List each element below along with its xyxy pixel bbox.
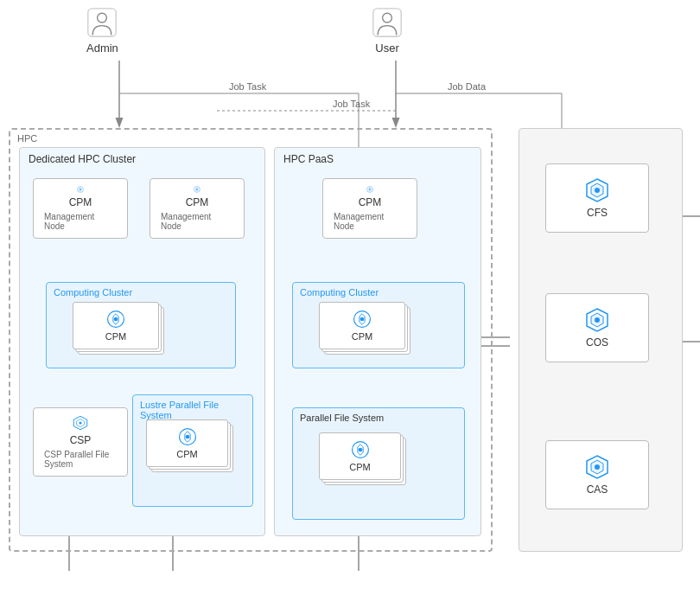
cpm1-label: CPM bbox=[69, 196, 92, 208]
csp-icon bbox=[68, 415, 92, 431]
admin-icon bbox=[86, 7, 118, 38]
computing-cluster-1-label: Computing Cluster bbox=[54, 287, 132, 298]
cfs-icon bbox=[584, 177, 610, 203]
csp-label: CSP bbox=[70, 434, 92, 446]
svg-point-39 bbox=[79, 421, 81, 424]
cpm-mgmt-2: CPM Management Node bbox=[150, 178, 245, 239]
computing-cluster-1: Computing Cluster CPM bbox=[46, 282, 236, 368]
cos-box: COS bbox=[545, 293, 649, 362]
cfs-label: CFS bbox=[587, 207, 608, 219]
paas-section: HPC PaaS CPM Management Node Computing C… bbox=[274, 147, 481, 536]
hpc-container: HPC Dedicated HPC Cluster CPM Management… bbox=[9, 128, 493, 552]
cpm-mgmt-1: CPM Management Node bbox=[33, 178, 128, 239]
cpm2-label: CPM bbox=[186, 196, 209, 208]
diagram: Admin User Job Task Job Data Job Task HP… bbox=[0, 0, 700, 589]
user-icon bbox=[372, 7, 403, 38]
cas-icon bbox=[584, 454, 610, 480]
cas-label: CAS bbox=[587, 483, 608, 496]
cpm-cc1-icon bbox=[106, 310, 125, 329]
cos-label: COS bbox=[586, 336, 608, 349]
lustre-label: Lustre Parallel File System bbox=[140, 400, 252, 420]
job-task-label-1: Job Task bbox=[229, 81, 266, 92]
svg-point-41 bbox=[185, 435, 189, 439]
job-task-label-2: Job Task bbox=[333, 99, 370, 109]
pfs-label: Parallel File System bbox=[300, 413, 384, 423]
cpm1-sub: Management Node bbox=[44, 212, 117, 231]
svg-point-45 bbox=[360, 317, 365, 322]
cpm3-sub: Management Node bbox=[334, 212, 406, 231]
computing-cluster-2-label: Computing Cluster bbox=[300, 287, 379, 298]
hpc-label: HPC bbox=[17, 133, 37, 144]
csp-sub: CSP Parallel File System bbox=[44, 450, 117, 469]
cpm-lustre-icon bbox=[178, 427, 197, 446]
cpm-lustre-label: CPM bbox=[176, 449, 197, 459]
cos-icon bbox=[584, 307, 610, 333]
pfs-cluster: Parallel File System CPM bbox=[292, 407, 465, 520]
cpm-cc2-label: CPM bbox=[352, 331, 372, 342]
cpm-mgmt-3: CPM Management Node bbox=[322, 178, 417, 239]
svg-point-47 bbox=[358, 448, 362, 452]
paas-label: HPC PaaS bbox=[283, 153, 334, 165]
cpm2-sub: Management Node bbox=[161, 212, 233, 231]
user-label: User bbox=[375, 42, 398, 54]
job-data-label: Job Data bbox=[448, 81, 486, 92]
cpm-cc1-label: CPM bbox=[105, 331, 126, 342]
cpm3-label: CPM bbox=[359, 196, 382, 208]
cfs-box: CFS bbox=[545, 163, 649, 233]
dedicated-label: Dedicated HPC Cluster bbox=[29, 153, 136, 165]
svg-point-30 bbox=[383, 13, 392, 22]
cas-box: CAS bbox=[545, 440, 649, 509]
svg-point-36 bbox=[114, 317, 118, 322]
svg-point-50 bbox=[595, 188, 600, 193]
dedicated-section: Dedicated HPC Cluster CPM Management Nod… bbox=[19, 147, 265, 536]
cpm-pfs-icon bbox=[351, 440, 370, 459]
computing-cluster-2: Computing Cluster CPM bbox=[292, 282, 465, 368]
svg-point-34 bbox=[196, 189, 198, 190]
cpm3-icon bbox=[358, 186, 382, 193]
user-actor: User bbox=[372, 7, 403, 54]
cpm2-icon bbox=[185, 186, 209, 193]
cpm1-icon bbox=[68, 186, 92, 193]
cpm-cc2-icon bbox=[353, 310, 372, 329]
csp-box: CSP CSP Parallel File System bbox=[33, 407, 128, 477]
lustre-cluster: Lustre Parallel File System CPM bbox=[132, 394, 253, 507]
right-panel: CFS COS CAS bbox=[519, 128, 683, 552]
admin-actor: Admin bbox=[86, 7, 118, 54]
svg-point-28 bbox=[98, 13, 107, 22]
svg-point-43 bbox=[369, 189, 371, 190]
svg-point-56 bbox=[595, 464, 600, 470]
svg-point-53 bbox=[595, 317, 600, 323]
admin-label: Admin bbox=[86, 42, 118, 54]
cpm-pfs-label: CPM bbox=[349, 462, 370, 472]
